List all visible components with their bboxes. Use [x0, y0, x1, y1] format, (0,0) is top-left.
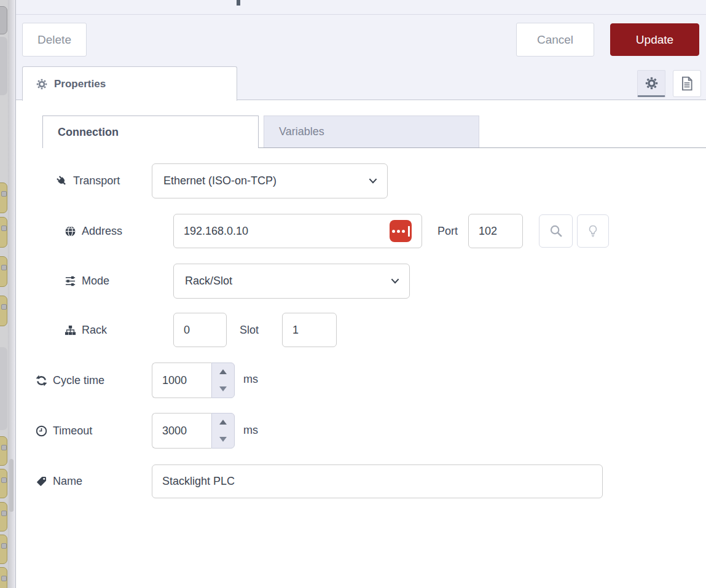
mode-label: Mode [65, 273, 109, 289]
rack-input[interactable] [173, 313, 227, 347]
arrow-down-icon [219, 386, 227, 391]
workspace-node [0, 37, 7, 95]
cycle-time-spinner [152, 363, 235, 398]
node-port [1, 511, 7, 516]
slot-label: Slot [240, 322, 259, 338]
transport-label-text: Transport [73, 174, 120, 187]
dialog-header-strip [16, 0, 706, 15]
password-manager-autofill-icon[interactable] [390, 220, 412, 242]
workspace-node [0, 6, 7, 34]
tab-connection-label: Connection [58, 126, 119, 139]
cycle-time-unit: ms [243, 373, 258, 386]
description-view-button[interactable] [673, 70, 701, 97]
workspace-node [0, 256, 7, 287]
tab-variables[interactable]: Variables [264, 116, 479, 147]
timeout-input[interactable] [152, 413, 211, 449]
tab-properties[interactable]: Properties [22, 66, 237, 101]
plug-icon [56, 175, 68, 187]
rack-label-text: Rack [82, 324, 107, 337]
hint-button[interactable] [577, 214, 609, 248]
node-port [1, 477, 7, 483]
edit-node-dialog: Delete Cancel Update Properties [15, 0, 706, 588]
properties-view-button[interactable] [637, 70, 665, 97]
doc-icon [680, 76, 694, 91]
address-input[interactable] [173, 214, 422, 248]
timeout-step-up[interactable] [212, 414, 234, 431]
node-red-edit-screen: { "header": { "delete_label": "Delete", … [0, 0, 706, 588]
timeout-stepper [211, 413, 235, 449]
update-button[interactable]: Update [610, 23, 699, 56]
editor-tabbar: Properties [16, 63, 706, 100]
tag-icon [36, 476, 47, 487]
timeout-step-down[interactable] [212, 431, 234, 448]
cancel-button[interactable]: Cancel [516, 23, 594, 57]
lightbulb-icon [587, 224, 599, 238]
cycle-time-stepper [211, 363, 235, 398]
tab-connection[interactable]: Connection [42, 116, 259, 148]
chevron-down-icon [391, 278, 399, 284]
mode-label-text: Mode [82, 275, 109, 288]
node-port [1, 191, 7, 197]
clock-icon [36, 425, 47, 437]
slot-label-text: Slot [240, 324, 259, 337]
name-input-wrap [152, 465, 603, 498]
workspace-node [0, 296, 7, 326]
address-label-text: Address [82, 225, 122, 238]
port-label: Port [437, 223, 458, 239]
node-port [1, 445, 7, 450]
slot-input[interactable] [282, 313, 337, 347]
transport-select[interactable]: Ethernet (ISO-on-TCP) [152, 163, 388, 198]
cycle-time-input[interactable] [152, 363, 211, 398]
dot [392, 230, 395, 233]
arrow-down-icon [219, 437, 227, 442]
workspace-node [0, 436, 7, 466]
scrollbar-thumb[interactable] [9, 459, 14, 512]
dot [402, 230, 405, 233]
node-port [1, 304, 7, 310]
workspace-node [0, 469, 7, 498]
mode-select[interactable]: Rack/Slot [173, 264, 410, 299]
refresh-icon [36, 375, 47, 386]
address-input-wrap [173, 214, 422, 248]
cursor-bar [408, 226, 410, 237]
cycle-time-step-down[interactable] [212, 380, 234, 398]
globe-icon [65, 225, 76, 237]
rack-label: Rack [65, 322, 107, 338]
timeout-label-text: Timeout [53, 425, 92, 437]
port-label-text: Port [437, 225, 458, 238]
gear-icon [645, 77, 658, 90]
cycle-time-label: Cycle time [36, 372, 104, 388]
timeout-spinner [152, 413, 235, 449]
lookup-button[interactable] [539, 214, 573, 248]
node-port [1, 225, 7, 231]
workspace-node [0, 347, 7, 430]
arrow-up-icon [219, 369, 227, 374]
tab-variables-label: Variables [279, 125, 324, 138]
timeout-unit: ms [243, 424, 258, 437]
tab-properties-label: Properties [54, 78, 106, 90]
name-label: Name [36, 473, 82, 489]
rack-input-wrap [173, 313, 227, 347]
flow-workspace-strip [0, 0, 8, 588]
timeout-label: Timeout [36, 423, 92, 439]
transport-label: Transport [56, 173, 120, 189]
sliders-icon [65, 275, 76, 287]
port-input[interactable] [468, 214, 523, 248]
slot-input-wrap [282, 313, 337, 347]
name-input[interactable] [152, 465, 603, 498]
node-port [1, 543, 7, 549]
node-port [1, 265, 7, 270]
workspace-node [0, 502, 7, 531]
sitemap-icon [65, 324, 76, 336]
search-icon [549, 224, 563, 238]
delete-button[interactable]: Delete [22, 23, 87, 57]
dot [397, 230, 400, 233]
gear-icon [36, 79, 47, 90]
dialog-button-row: Delete Cancel Update [16, 15, 706, 63]
workspace-node [0, 217, 7, 248]
workspace-node [0, 535, 7, 564]
cycle-time-step-up[interactable] [212, 363, 234, 380]
arrow-up-icon [219, 420, 227, 425]
port-input-wrap [468, 214, 523, 248]
cycle-time-label-text: Cycle time [53, 374, 104, 387]
